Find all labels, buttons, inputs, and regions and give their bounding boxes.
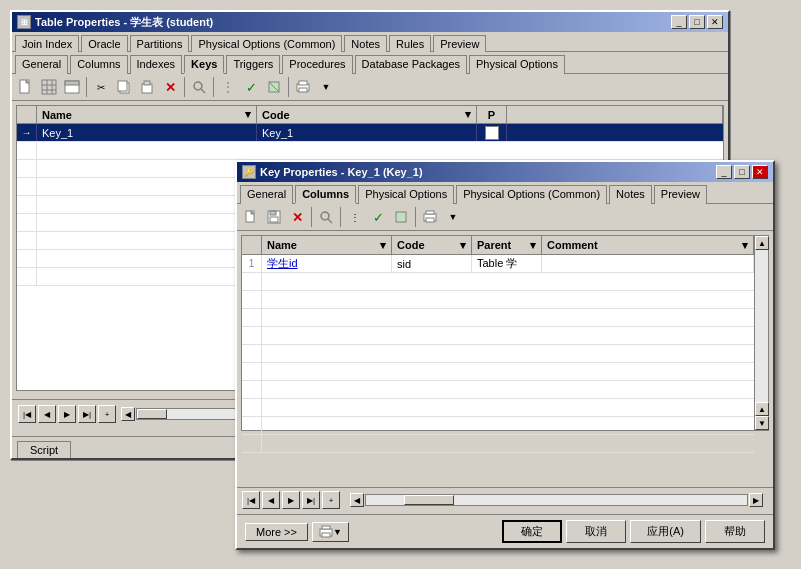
cut-icon[interactable]: ✂ <box>90 76 112 98</box>
tab-database-packages[interactable]: Database Packages <box>355 55 467 74</box>
maximize-button[interactable]: □ <box>689 15 705 29</box>
dialog-table-row[interactable]: 1 学生id sid Table 学 <box>242 255 754 273</box>
dlg-print-button[interactable]: ▼ <box>312 522 349 542</box>
tab-partitions[interactable]: Partitions <box>130 35 190 52</box>
nav-prev-button[interactable]: ◀ <box>38 405 56 423</box>
dropdown-arrow-icon[interactable]: ▼ <box>315 76 337 98</box>
dialog-tab-columns[interactable]: Columns <box>295 185 356 204</box>
paste-icon[interactable] <box>136 76 158 98</box>
print-icon[interactable] <box>292 76 314 98</box>
nav-first-button[interactable]: |◀ <box>18 405 36 423</box>
dlg-filter-icon[interactable]: ⋮ <box>344 206 366 228</box>
v-scrollbar[interactable]: ▲ ▲ ▼ <box>754 236 768 430</box>
nav-add-button[interactable]: + <box>98 405 116 423</box>
dialog-title-controls: _ □ ✕ <box>716 165 768 179</box>
dlg-nav-add[interactable]: + <box>322 491 340 509</box>
tab-preview[interactable]: Preview <box>433 35 486 52</box>
table-row <box>17 142 723 160</box>
dialog-close-button[interactable]: ✕ <box>752 165 768 179</box>
tab-procedures[interactable]: Procedures <box>282 55 352 74</box>
dlg-delete-icon[interactable]: ✕ <box>286 206 308 228</box>
reset-icon[interactable] <box>263 76 285 98</box>
svg-rect-32 <box>426 211 434 214</box>
dlg-header-name: Name▾ <box>262 236 392 254</box>
dialog-tab-physical-options[interactable]: Physical Options <box>358 185 454 204</box>
confirm-button[interactable]: 确定 <box>502 520 562 543</box>
tab-rules[interactable]: Rules <box>389 35 431 52</box>
dialog-tab-preview[interactable]: Preview <box>654 185 707 204</box>
table-icon[interactable] <box>61 76 83 98</box>
dialog-tab-physical-options-common[interactable]: Physical Options (Common) <box>456 185 607 204</box>
dlg-scroll-left[interactable]: ◀ <box>350 493 364 507</box>
tab-columns[interactable]: Columns <box>70 55 127 74</box>
dlg-apply-icon[interactable]: ✓ <box>367 206 389 228</box>
dlg-print-icon[interactable] <box>419 206 441 228</box>
svg-line-29 <box>328 219 332 223</box>
dialog-minimize-button[interactable]: _ <box>716 165 732 179</box>
dlg-reset-icon[interactable] <box>390 206 412 228</box>
svg-rect-36 <box>322 533 330 537</box>
svg-line-14 <box>201 89 205 93</box>
header-name: Name▾ <box>37 106 257 123</box>
tab-general[interactable]: General <box>15 55 68 74</box>
dlg-new-icon[interactable] <box>240 206 262 228</box>
dlg-h-scrollbar[interactable]: ◀ ▶ <box>350 493 763 507</box>
dlg-save-icon[interactable] <box>263 206 285 228</box>
new-icon[interactable] <box>15 76 37 98</box>
filter-icon[interactable]: ⋮ <box>217 76 239 98</box>
dialog-bottom-nav: |◀ ◀ ▶ ▶| + ◀ ▶ <box>237 487 773 512</box>
grid-header: Name▾ Code▾ P <box>17 106 723 124</box>
cell-name: Key_1 <box>37 124 257 141</box>
dlg-find-icon[interactable] <box>315 206 337 228</box>
tab-join-index[interactable]: Join Index <box>15 35 79 52</box>
scroll-left-arrow[interactable]: ◀ <box>121 407 135 421</box>
separator-4 <box>288 77 289 97</box>
script-tab[interactable]: Script <box>17 441 71 458</box>
svg-rect-2 <box>42 80 56 94</box>
copy-icon[interactable] <box>113 76 135 98</box>
tab-physical-options-common[interactable]: Physical Options (Common) <box>191 35 342 52</box>
table-row[interactable]: → Key_1 Key_1 ✓ <box>17 124 723 142</box>
dlg-nav-first[interactable]: |◀ <box>242 491 260 509</box>
nav-next-button[interactable]: ▶ <box>58 405 76 423</box>
dlg-dropdown-icon[interactable]: ▼ <box>442 206 464 228</box>
find-icon[interactable] <box>188 76 210 98</box>
cell-code: Key_1 <box>257 124 477 141</box>
dialog-tab-general[interactable]: General <box>240 185 293 204</box>
help-button[interactable]: 帮助 <box>705 520 765 543</box>
separator-2 <box>184 77 185 97</box>
dialog-table-row <box>242 291 754 309</box>
dialog-grid-header: Name▾ Code▾ Parent▾ Comment▾ <box>242 236 754 255</box>
nav-last-button[interactable]: ▶| <box>78 405 96 423</box>
dlg-cell-comment <box>542 255 754 272</box>
tab-indexes[interactable]: Indexes <box>130 55 183 74</box>
dlg-nav-next[interactable]: ▶ <box>282 491 300 509</box>
cancel-button[interactable]: 取消 <box>566 520 626 543</box>
apply-button[interactable]: 应用(A) <box>630 520 701 543</box>
nav-buttons: |◀ ◀ ▶ ▶| + <box>18 405 116 423</box>
minimize-button[interactable]: _ <box>671 15 687 29</box>
close-button[interactable]: ✕ <box>707 15 723 29</box>
tab-physical-options[interactable]: Physical Options <box>469 55 565 74</box>
svg-rect-19 <box>299 88 307 92</box>
grid-icon[interactable] <box>38 76 60 98</box>
dlg-header-code: Code▾ <box>392 236 472 254</box>
delete-icon[interactable]: ✕ <box>159 76 181 98</box>
tab-keys[interactable]: Keys <box>184 55 224 74</box>
tab-triggers[interactable]: Triggers <box>226 55 280 74</box>
tab-oracle[interactable]: Oracle <box>81 35 127 52</box>
dialog-action-bar: More >> ▼ 确定 取消 应用(A) 帮助 <box>237 514 773 548</box>
dialog-maximize-button[interactable]: □ <box>734 165 750 179</box>
dlg-sep-2 <box>340 207 341 227</box>
apply-icon[interactable]: ✓ <box>240 76 262 98</box>
dlg-nav-last[interactable]: ▶| <box>302 491 320 509</box>
main-title-text: ⊞ Table Properties - 学生表 (student) <box>17 15 213 30</box>
dlg-nav-prev[interactable]: ◀ <box>262 491 280 509</box>
dlg-cell-code: sid <box>392 255 472 272</box>
dlg-scroll-right[interactable]: ▶ <box>749 493 763 507</box>
separator-3 <box>213 77 214 97</box>
tab-notes[interactable]: Notes <box>344 35 387 52</box>
dialog-tab-notes[interactable]: Notes <box>609 185 652 204</box>
dlg-more-button[interactable]: More >> <box>245 523 308 541</box>
dialog-table-row <box>242 435 754 453</box>
